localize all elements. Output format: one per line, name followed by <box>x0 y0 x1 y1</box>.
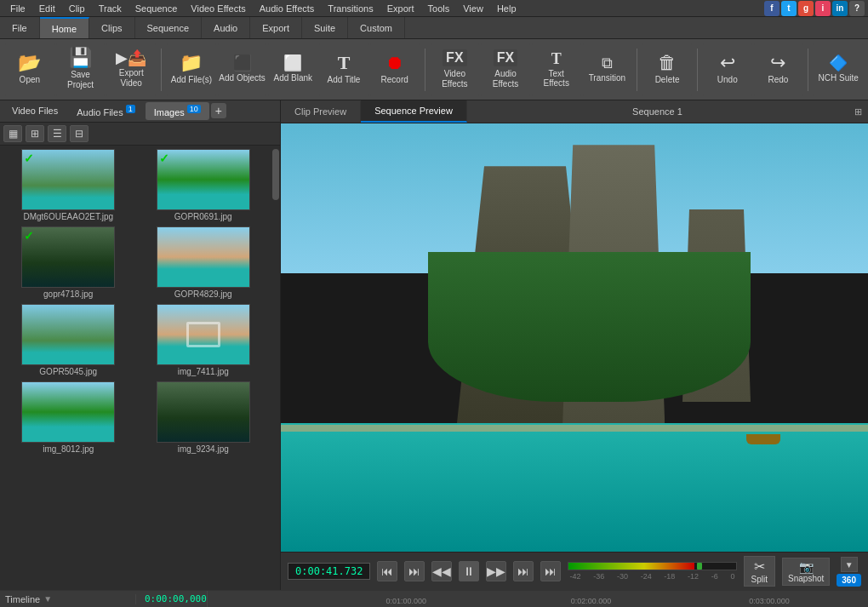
view-grid-button[interactable]: ▦ <box>3 125 22 142</box>
view-thumb-button[interactable]: ⊞ <box>26 125 44 142</box>
list-item[interactable]: img_9234.jpg <box>139 381 269 454</box>
tab-video-files[interactable]: Video Files <box>3 103 66 118</box>
checkmark-icon: ✓ <box>24 229 34 243</box>
list-item[interactable]: img_7411.jpg <box>139 304 269 376</box>
toolbar-sep-3 <box>637 49 637 91</box>
linkedin-icon[interactable]: in <box>832 1 848 16</box>
checkmark-icon: ✓ <box>24 152 34 165</box>
tab-sequence[interactable]: Sequence <box>135 17 203 38</box>
add-title-icon: T <box>338 54 351 72</box>
instagram-icon[interactable]: i <box>815 1 831 16</box>
menu-export[interactable]: Export <box>380 2 421 15</box>
volume-fill <box>568 563 694 570</box>
prev-frame-button[interactable]: ⏭ <box>404 561 425 581</box>
toolbar-sep-1 <box>161 49 162 91</box>
add-objects-button[interactable]: ⬛ Add Objects <box>218 43 267 97</box>
video-effects-button[interactable]: FX Video Effects <box>431 43 480 97</box>
menu-view[interactable]: View <box>456 2 490 15</box>
pause-button[interactable]: ⏸ <box>459 561 479 581</box>
menu-help[interactable]: Help <box>490 2 523 15</box>
more-options-button[interactable]: ▼ <box>841 557 858 572</box>
save-project-button[interactable]: 💾 Save Project <box>56 43 106 97</box>
view-list-button[interactable]: ☰ <box>48 125 66 142</box>
filename-label: gopr4718.jpg <box>43 289 93 299</box>
tab-images[interactable]: Images 10 <box>146 102 209 120</box>
list-item[interactable]: ✓ GOPR0691.jpg <box>139 149 269 221</box>
split-button[interactable]: ✂ Split <box>744 556 775 587</box>
next-frame-button[interactable]: ⏭ <box>513 561 534 581</box>
menu-video-effects[interactable]: Video Effects <box>184 2 252 15</box>
transition-button[interactable]: ⧉ Transition <box>583 43 632 97</box>
add-files-icon: 📁 <box>180 54 203 72</box>
redo-icon: ↪ <box>770 54 785 72</box>
menu-transitions[interactable]: Transitions <box>321 2 380 15</box>
tab-audio[interactable]: Audio <box>202 17 250 38</box>
filename-label: img_8012.jpg <box>43 444 94 454</box>
menu-file[interactable]: File <box>3 2 32 15</box>
undo-icon: ↩ <box>720 54 735 72</box>
list-item[interactable]: ✓ gopr4718.jpg <box>3 226 134 299</box>
view-details-button[interactable]: ⊟ <box>70 125 89 142</box>
tab-sequence-preview[interactable]: Sequence Preview <box>361 100 467 123</box>
add-files-button[interactable]: 📁 Add File(s) <box>167 43 216 97</box>
volume-bar[interactable] <box>568 562 736 570</box>
preview-tabs-row: Clip Preview Sequence Preview Sequence 1… <box>281 100 868 123</box>
snapshot-button[interactable]: 📷 Snapshot <box>782 558 830 586</box>
twitter-icon[interactable]: t <box>781 1 797 16</box>
audio-effects-button[interactable]: FX Audio Effects <box>481 43 530 97</box>
redo-button[interactable]: ↪ Redo <box>754 43 803 97</box>
list-item[interactable]: ✓ DMgt6OUEAAO2ET.jpg <box>3 149 134 221</box>
rewind-button[interactable]: ◀◀ <box>431 561 452 581</box>
list-item[interactable]: img_8012.jpg <box>3 381 134 454</box>
menu-audio-effects[interactable]: Audio Effects <box>253 2 322 15</box>
text-effects-button[interactable]: T TextEffects <box>532 43 581 97</box>
nch-suite-button[interactable]: 🔷 NCH Suite <box>814 43 863 97</box>
audio-effects-icon: FX <box>494 49 517 66</box>
text-effects-icon: T <box>551 51 562 66</box>
tab-export[interactable]: Export <box>250 17 302 38</box>
list-item[interactable]: GOPR5045.jpg <box>3 304 134 376</box>
file-type-tabs: Video Files Audio Files 1 Images 10 + <box>0 100 280 123</box>
tab-file[interactable]: File <box>0 17 40 38</box>
add-title-button[interactable]: T Add Title <box>319 43 368 97</box>
skip-start-button[interactable]: ⏮ <box>377 561 397 581</box>
add-blank-button[interactable]: ⬜ Add Blank <box>268 43 317 97</box>
list-item[interactable]: GOPR4829.jpg <box>139 226 269 299</box>
vegetation <box>428 252 751 402</box>
menu-edit[interactable]: Edit <box>32 2 62 15</box>
tab-home[interactable]: Home <box>40 17 89 38</box>
tab-suite[interactable]: Suite <box>302 17 348 38</box>
tab-clips[interactable]: Clips <box>89 17 134 38</box>
tab-clip-preview[interactable]: Clip Preview <box>281 101 361 122</box>
tab-audio-files[interactable]: Audio Files 1 <box>68 102 144 120</box>
menu-sequence[interactable]: Sequence <box>128 2 185 15</box>
facebook-icon[interactable]: f <box>764 1 779 16</box>
skip-end-button[interactable]: ⏭ <box>540 561 561 581</box>
fast-forward-button[interactable]: ▶▶ <box>486 561 506 581</box>
help-circle-icon[interactable]: ? <box>849 1 865 16</box>
menu-clip[interactable]: Clip <box>62 2 92 15</box>
preview-area <box>281 123 868 552</box>
record-icon: ⏺ <box>385 54 404 72</box>
open-button[interactable]: 📂 Open <box>5 43 54 97</box>
menu-track[interactable]: Track <box>92 2 128 15</box>
tab-custom[interactable]: Custom <box>348 17 405 38</box>
add-blank-icon: ⬜ <box>283 55 302 71</box>
add-media-tab-button[interactable]: + <box>211 103 226 118</box>
record-button[interactable]: ⏺ Record <box>370 43 420 97</box>
timeline-dropdown-icon[interactable]: ▼ <box>43 594 52 604</box>
filename-label: GOPR4829.jpg <box>174 289 232 299</box>
preview-video <box>281 123 868 552</box>
transition-icon: ⧉ <box>602 55 613 71</box>
scrollbar-thumb[interactable] <box>272 149 279 200</box>
undo-button[interactable]: ↩ Undo <box>703 43 752 97</box>
delete-icon: 🗑 <box>658 54 677 72</box>
fullscreen-button[interactable]: ⊞ <box>848 101 868 122</box>
delete-button[interactable]: 🗑 Delete <box>642 43 692 97</box>
menu-tools[interactable]: Tools <box>421 2 457 15</box>
volume-indicator <box>697 563 702 570</box>
export-video-button[interactable]: ▶📤 Export Video <box>106 43 156 97</box>
toolbar: 📂 Open 💾 Save Project ▶📤 Export Video 📁 … <box>0 39 868 100</box>
google-icon[interactable]: g <box>798 1 814 16</box>
toolbar-sep-2 <box>425 49 425 91</box>
